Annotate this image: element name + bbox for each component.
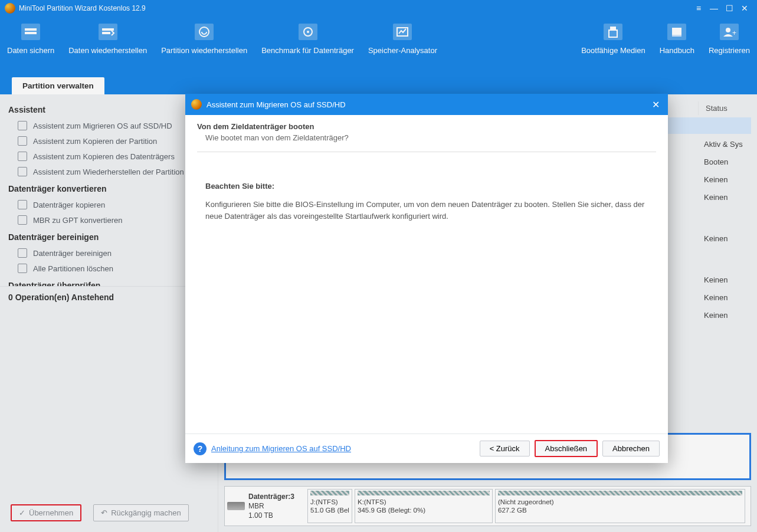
modal-title: Assistent zum Migrieren OS auf SSD/HD xyxy=(207,100,346,109)
divider xyxy=(197,152,656,152)
modal-note-body: Konfigurieren Sie bitte die BIOS-Einstel… xyxy=(197,199,656,222)
modal-close-icon[interactable]: ✕ xyxy=(649,99,662,110)
migrate-wizard-modal: Assistent zum Migrieren OS auf SSD/HD ✕ … xyxy=(185,94,668,463)
finish-button[interactable]: Abschließen xyxy=(535,440,598,457)
modal-app-icon xyxy=(191,99,202,110)
modal-footer: ? Anleitung zum Migrieren OS auf SSD/HD … xyxy=(185,434,668,463)
cancel-button[interactable]: Abbrechen xyxy=(602,441,660,457)
help-link[interactable]: Anleitung zum Migrieren OS auf SSD/HD xyxy=(211,444,351,453)
modal-note-title: Beachten Sie bitte: xyxy=(205,182,656,191)
modal-subheading: Wie bootet man von dem Zieldatenträger? xyxy=(197,133,656,142)
modal-body: Von dem Zieldatenträger booten Wie boote… xyxy=(185,115,668,434)
back-button[interactable]: < Zurück xyxy=(480,441,530,457)
help-icon[interactable]: ? xyxy=(194,442,207,455)
modal-heading: Von dem Zieldatenträger booten xyxy=(197,122,656,131)
modal-titlebar: Assistent zum Migrieren OS auf SSD/HD ✕ xyxy=(185,94,668,115)
